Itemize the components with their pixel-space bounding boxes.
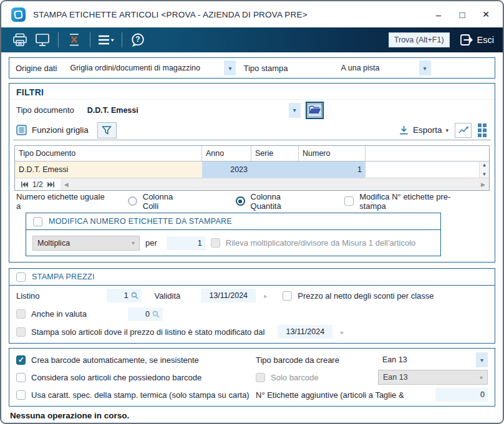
chevron-down-icon[interactable] bbox=[224, 60, 236, 75]
considera-barcode-label[interactable]: Considera solo articoli che possiedono b… bbox=[31, 373, 201, 382]
caratteri-termica-label[interactable]: Usa caratt. spec. della stamp. termica (… bbox=[31, 390, 250, 400]
scroll-left-icon[interactable]: ◀ bbox=[61, 181, 72, 188]
tipo-stampa-select[interactable]: A una pista bbox=[302, 60, 431, 75]
scroll-up-icon[interactable]: ▲ bbox=[482, 162, 487, 168]
prezzo-netto-label[interactable]: Prezzo al netto degli sconti per classe bbox=[298, 291, 434, 301]
grid-functions-icon bbox=[16, 125, 27, 135]
status-message: Nessuna operazione in corso. bbox=[1, 407, 503, 424]
help-button[interactable]: ? bbox=[127, 30, 149, 50]
print-button[interactable] bbox=[9, 30, 31, 50]
cell-numero[interactable]: 1 bbox=[299, 161, 366, 178]
listino-input[interactable]: 1 bbox=[107, 289, 142, 302]
toolbar-separator bbox=[90, 32, 90, 47]
origine-dati-value: Griglia ordini/documenti di magazzino bbox=[65, 60, 224, 75]
export-button[interactable]: Esporta bbox=[399, 125, 448, 135]
preview-button[interactable] bbox=[31, 30, 54, 50]
menu-button[interactable] bbox=[95, 30, 117, 50]
search-icon[interactable] bbox=[152, 311, 160, 318]
checkbox-stampa-prezzi[interactable] bbox=[16, 272, 26, 282]
prezzo-modificato-label: Stampa solo articoli dove il prezzo di l… bbox=[31, 327, 264, 337]
titlebar: STAMPA ETICHETTE ARTICOLI <PROVA - AZIEN… bbox=[1, 1, 503, 27]
etichette-aggiuntive-input[interactable]: 0 bbox=[435, 388, 488, 402]
funnel-icon bbox=[102, 125, 112, 135]
search-icon[interactable] bbox=[131, 292, 138, 299]
scroll-down-icon[interactable]: ▼ bbox=[482, 171, 487, 177]
col-serie[interactable]: Serie bbox=[251, 146, 299, 161]
col-anno[interactable]: Anno bbox=[202, 146, 251, 161]
modifica-etichette-header: MODIFICA NUMERO ETICHETTE DA STAMPARE bbox=[26, 213, 440, 230]
printer-icon bbox=[12, 33, 27, 47]
validita-date-input[interactable]: 13/11/2024 bbox=[201, 289, 256, 302]
last-page-icon[interactable] bbox=[47, 181, 55, 188]
origine-dati-panel: Origine dati Griglia ordini/documenti di… bbox=[9, 57, 495, 79]
modifica-etichette-group: MODIFICA NUMERO ETICHETTE DA STAMPARE Mo… bbox=[26, 213, 441, 256]
col-numero[interactable]: Numero bbox=[299, 146, 366, 161]
origine-dati-select[interactable]: Griglia ordini/documenti di magazzino bbox=[65, 60, 236, 75]
etichette-aggiuntive-right: N° Etichette aggiuntive (articoli a Tagl… bbox=[256, 388, 488, 402]
maximize-button[interactable]: □ bbox=[450, 5, 474, 24]
calendar-arrow-icon[interactable] bbox=[341, 329, 344, 335]
stampante-termica-row: Usa caratt. spec. della stamp. termica (… bbox=[9, 386, 495, 403]
toolbar-separator bbox=[122, 32, 122, 47]
chevron-down-icon[interactable] bbox=[419, 60, 431, 75]
app-icon bbox=[11, 7, 26, 22]
folder-icon bbox=[309, 105, 321, 115]
termica-left: Usa caratt. spec. della stamp. termica (… bbox=[16, 390, 250, 400]
tipo-stampa-value: A una pista bbox=[302, 60, 419, 75]
moltiplicatore-input[interactable]: 1 bbox=[167, 236, 205, 250]
main-toolbar: ? Trova (Alt+F1) Esci bbox=[1, 27, 503, 52]
first-page-icon[interactable] bbox=[21, 181, 28, 188]
documents-table: Tipo Documento Anno Serie Numero D.D.T. … bbox=[14, 145, 490, 191]
modificato-date-input[interactable]: 13/11/2024 bbox=[278, 325, 332, 339]
checkbox-prezzo-netto[interactable] bbox=[283, 291, 292, 301]
radio-colonna-quantita[interactable] bbox=[236, 196, 245, 206]
tipo-barcode-select[interactable]: Ean 13 bbox=[378, 352, 488, 367]
cell-serie[interactable] bbox=[251, 161, 299, 178]
valuta-value: 0 bbox=[145, 310, 150, 319]
filter-button[interactable] bbox=[97, 122, 117, 138]
grid-view-icon[interactable] bbox=[478, 123, 487, 137]
download-icon bbox=[399, 125, 409, 135]
scroll-right-icon[interactable]: ▶ bbox=[477, 181, 489, 188]
open-document-button[interactable] bbox=[306, 102, 324, 119]
find-shortcut-button[interactable]: Trova (Alt+F1) bbox=[389, 32, 450, 47]
checkbox-modifica-etichette[interactable] bbox=[33, 217, 42, 226]
checkbox-crea-barcode[interactable] bbox=[16, 355, 26, 365]
checkbox-considera-barcode[interactable] bbox=[16, 373, 26, 382]
line-chart-icon bbox=[458, 126, 469, 135]
checkbox-caratteri-termica[interactable] bbox=[16, 390, 26, 400]
close-button[interactable]: × bbox=[474, 5, 498, 24]
colonna-colli-label[interactable]: Colonna Colli bbox=[143, 192, 191, 211]
radio-colonna-colli[interactable] bbox=[128, 196, 137, 206]
exit-button[interactable]: Esci bbox=[460, 34, 494, 46]
calendar-arrow-icon[interactable] bbox=[264, 292, 267, 299]
funzioni-griglia-button[interactable]: Funzioni griglia bbox=[32, 125, 89, 135]
cell-anno[interactable]: 2023 bbox=[202, 161, 251, 178]
minimize-button[interactable]: – bbox=[427, 5, 450, 24]
modifica-prestampa-label[interactable]: Modifica N° etichette pre-stampa bbox=[359, 192, 477, 211]
crea-barcode-label[interactable]: Crea barcode automaticamente, se inesist… bbox=[31, 355, 199, 365]
tipo-documento-select[interactable]: D.D.T. Emessi bbox=[83, 103, 301, 118]
chevron-down-icon[interactable] bbox=[289, 103, 301, 118]
filtri-panel: FILTRI Tipo documento D.D.T. Emessi Funz… bbox=[9, 83, 495, 263]
page-indicator: 1/2 bbox=[32, 180, 43, 189]
cell-tipo-documento[interactable]: D.D.T. Emessi bbox=[15, 161, 202, 178]
filtri-title: FILTRI bbox=[9, 84, 495, 100]
table-pager: 1/2 ◀ ▶ bbox=[15, 178, 489, 190]
tipo-documento-row: Tipo documento D.D.T. Emessi bbox=[9, 100, 495, 120]
col-tipo-documento[interactable]: Tipo Documento bbox=[15, 146, 202, 161]
prezzo-modificato-row: Stampa solo articoli dove il prezzo di l… bbox=[9, 322, 495, 341]
checkbox-modifica-prestampa[interactable] bbox=[344, 196, 354, 206]
cancel-operation-button[interactable] bbox=[63, 30, 85, 50]
chevron-down-icon[interactable] bbox=[476, 352, 488, 367]
tipo-barcode-right: Tipo barcode da creare Ean 13 bbox=[256, 352, 488, 367]
etichette-aggiuntive-label: N° Etichette aggiuntive (articoli a Tagl… bbox=[256, 390, 435, 400]
toolbar-separator bbox=[58, 32, 59, 47]
exit-label: Esci bbox=[477, 35, 494, 45]
chart-button[interactable] bbox=[455, 123, 472, 138]
valuta-input[interactable]: 0 bbox=[128, 307, 163, 321]
colonna-quantita-label[interactable]: Colonna Quantità bbox=[251, 192, 314, 211]
table-row[interactable]: D.D.T. Emessi 2023 1 ▲ ▼ bbox=[15, 161, 489, 178]
vertical-scrollbar[interactable]: ▲ ▼ bbox=[479, 161, 489, 178]
numero-etichette-label: Numero etichette uguale a bbox=[16, 192, 111, 211]
